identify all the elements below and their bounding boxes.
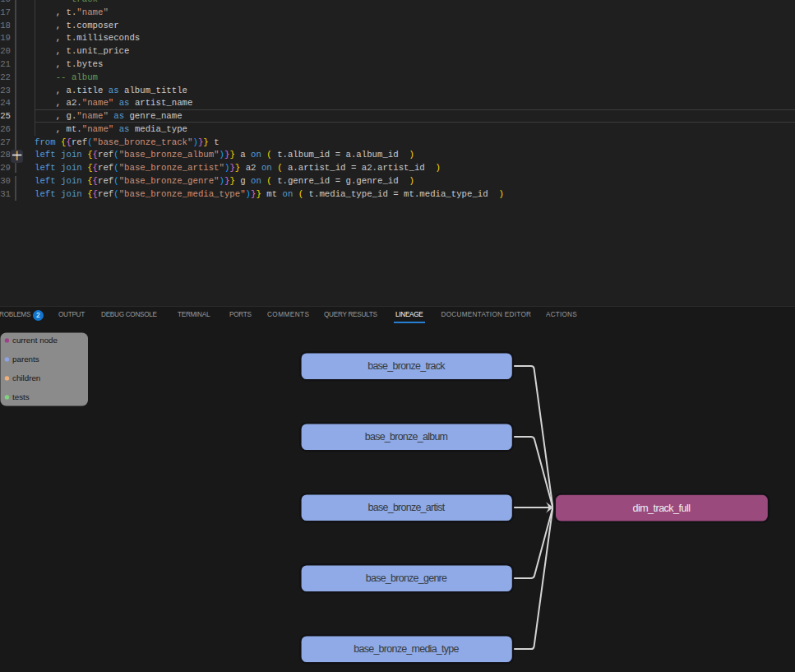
svg-text:base_bronze_track: base_bronze_track — [367, 360, 446, 372]
svg-text:base_bronze_genre: base_bronze_genre — [366, 572, 447, 584]
svg-text:tests: tests — [12, 392, 30, 401]
svg-text:children: children — [12, 373, 40, 382]
svg-text:base_bronze_album: base_bronze_album — [365, 431, 448, 443]
svg-text:base_bronze_media_type: base_bronze_media_type — [354, 643, 459, 655]
svg-text:base_bronze_artist: base_bronze_artist — [368, 502, 446, 513]
svg-text:parents: parents — [12, 355, 39, 364]
svg-text:dim_track_full: dim_track_full — [632, 503, 690, 514]
svg-text:current node: current node — [12, 336, 58, 345]
